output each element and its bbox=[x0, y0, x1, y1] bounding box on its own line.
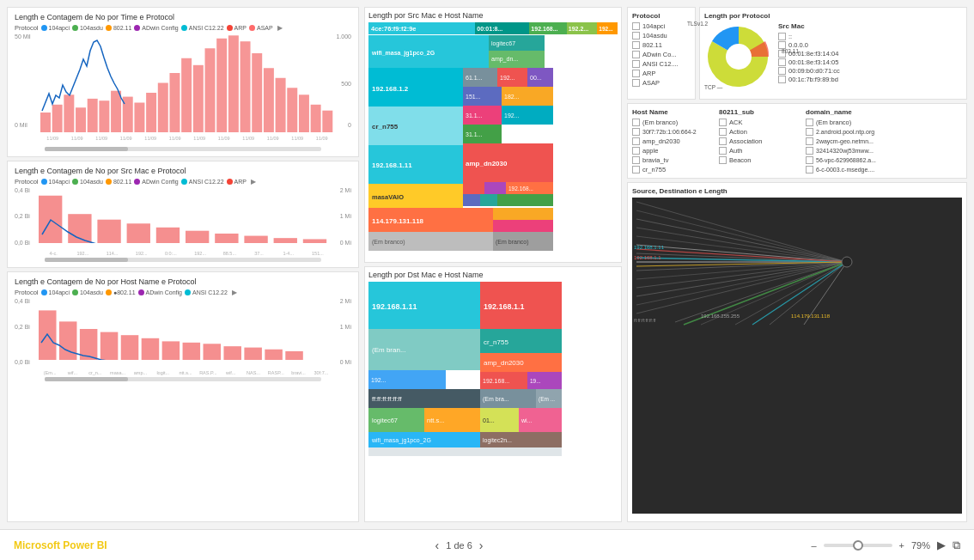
svg-point-130 bbox=[726, 44, 752, 70]
dn-32414[interactable]: 32414320wj53mww... bbox=[806, 147, 962, 155]
sm-4[interactable]: 00:1c:7b:f9:89:bd bbox=[778, 76, 962, 83]
chart1-expand[interactable]: ▶ bbox=[277, 24, 283, 32]
svg-rect-5 bbox=[99, 100, 109, 132]
dn-android[interactable]: 2.android.pool.ntp.org bbox=[806, 128, 962, 136]
treemap1-title: Length por Src Mac e Host Name bbox=[368, 11, 618, 20]
next-page-button[interactable]: › bbox=[479, 539, 484, 552]
c2-y-top: 0,4 Bi bbox=[15, 187, 30, 193]
chart2-expand[interactable]: ▶ bbox=[251, 178, 256, 186]
c2-arp: ARP bbox=[227, 178, 247, 186]
svg-text:(Em branco): (Em branco) bbox=[496, 239, 529, 246]
sub80211-col: 80211_sub ACK Action Association Auth Be… bbox=[719, 108, 797, 173]
zoom-plus[interactable]: + bbox=[899, 540, 904, 551]
sm-3[interactable]: 00:09:b0:d0:71:cc bbox=[778, 67, 962, 75]
cb-ansi[interactable]: ANSI C12.... bbox=[632, 60, 691, 68]
src-mac-list: :: 0.0.0.0 00:01:8e:f3:14:04 00:01:8e:f3… bbox=[778, 33, 962, 83]
cb-104apci[interactable]: 104apci bbox=[632, 22, 691, 30]
y-label-bot1: 0 Mil bbox=[15, 122, 27, 128]
s80-auth[interactable]: Auth bbox=[719, 147, 797, 155]
dn-2way[interactable]: 2waycm-geo.netmn... bbox=[806, 137, 962, 145]
s80-action[interactable]: Action bbox=[719, 128, 797, 136]
sm-0000[interactable]: 0.0.0.0 bbox=[778, 41, 962, 49]
chart3-svg bbox=[39, 298, 332, 360]
zoom-thumb[interactable] bbox=[853, 540, 863, 551]
svg-rect-47 bbox=[285, 351, 303, 360]
page-sep: de bbox=[454, 540, 466, 551]
svg-rect-89 bbox=[493, 208, 553, 220]
svg-rect-34 bbox=[303, 239, 326, 243]
chart2-scrollbar[interactable] bbox=[45, 258, 321, 262]
cb-80211[interactable]: 802.11 bbox=[632, 41, 691, 49]
cb-asap[interactable]: ASAP bbox=[632, 79, 691, 87]
hn-30f[interactable]: 30f7:72b:1:06:664-2 bbox=[632, 128, 710, 136]
pie-chart-card: Length por Protocol TLSv1. bbox=[699, 7, 967, 100]
cb-adwin[interactable]: ADwin Co... bbox=[632, 51, 691, 58]
dn-56vpc[interactable]: 56-vpc-629968862.a... bbox=[806, 156, 962, 164]
svg-rect-38 bbox=[100, 332, 119, 360]
svg-text:masaVAIO: masaVAIO bbox=[372, 193, 404, 201]
sm-colon[interactable]: :: bbox=[778, 33, 962, 40]
svg-text:(Em bran...: (Em bran... bbox=[372, 346, 406, 354]
s80-ack[interactable]: ACK bbox=[719, 119, 797, 126]
svg-text:amp_dn2030: amp_dn2030 bbox=[484, 359, 524, 367]
s80-assoc[interactable]: Association bbox=[719, 137, 797, 145]
svg-rect-129 bbox=[368, 447, 562, 456]
protocol-filter-card: Protocol 104apci 104asdu 802.11 ADwin Co… bbox=[627, 7, 696, 100]
svg-text:31.1...: 31.1... bbox=[466, 131, 483, 137]
hn-blank[interactable]: (Em branco) bbox=[632, 119, 710, 126]
sm-2[interactable]: 00:01:8e:f3:14:05 bbox=[778, 58, 962, 66]
svg-text:(Em branco): (Em branco) bbox=[372, 239, 405, 246]
x-labels-chart1: 11/09 11/09 11/09 11/09 11/09 11/09 11/0… bbox=[40, 136, 334, 141]
svg-rect-12 bbox=[181, 58, 192, 132]
dn-blank[interactable]: (Em branco) bbox=[806, 119, 962, 126]
hn-apple[interactable]: apple bbox=[632, 147, 710, 155]
svg-rect-80 bbox=[463, 182, 484, 194]
y2-label-mid1: 500 bbox=[341, 81, 351, 87]
c2-y2-bot: 0 Mi bbox=[340, 240, 351, 246]
right-top-row: Protocol 104apci 104asdu 802.11 ADwin Co… bbox=[627, 7, 967, 100]
svg-text:ntt.s...: ntt.s... bbox=[427, 417, 444, 424]
s80-beacon[interactable]: Beacon bbox=[719, 156, 797, 164]
legend-104asdu: 104asdu bbox=[72, 24, 103, 32]
sub80211-list: ACK Action Association Auth Beacon bbox=[719, 119, 797, 164]
chart2-svg bbox=[39, 187, 332, 243]
svg-rect-17 bbox=[240, 41, 251, 132]
main-content: Length e Contagem de No por Time e Proto… bbox=[0, 0, 974, 529]
chart2-title: Length e Contagem de No por Src Mac e Pr… bbox=[15, 167, 351, 175]
powerbi-brand-link[interactable]: Microsoft Power BI bbox=[14, 539, 107, 551]
cb-arp[interactable]: ARP bbox=[632, 70, 691, 77]
pie-area-row: TLSv1.2 802.11 TCP — Src Mac :: 0.0.0.0 … bbox=[704, 22, 962, 94]
cb-104asdu[interactable]: 104asdu bbox=[632, 32, 691, 40]
svg-text:31.1...: 31.1... bbox=[466, 113, 483, 119]
svg-rect-84 bbox=[463, 194, 480, 206]
hn-amp[interactable]: amp_dn2030 bbox=[632, 137, 710, 145]
sm-1[interactable]: 00:01:8e:f3:14:04 bbox=[778, 50, 962, 58]
svg-rect-8 bbox=[134, 103, 144, 133]
prev-page-button[interactable]: ‹ bbox=[435, 539, 440, 552]
svg-rect-46 bbox=[265, 350, 283, 360]
treemap1-svg: wifi_masa_jg1pco_2G logitec67 amp_dn... … bbox=[368, 22, 618, 256]
fit-page-button[interactable]: ▶ bbox=[937, 539, 946, 551]
svg-rect-131 bbox=[632, 198, 962, 514]
svg-text:151...: 151... bbox=[466, 94, 481, 100]
pie-label-tls: TLSv1.2 bbox=[687, 21, 708, 27]
hn-bravia[interactable]: bravia_tv bbox=[632, 156, 710, 164]
chart1-scrollbar[interactable] bbox=[45, 147, 321, 151]
zoom-minus[interactable]: – bbox=[811, 540, 816, 551]
zoom-track[interactable] bbox=[824, 544, 892, 547]
fullscreen-button[interactable]: ⧉ bbox=[953, 539, 960, 552]
hn-crn755[interactable]: cr_n755 bbox=[632, 166, 710, 173]
sub80211-title: 80211_sub bbox=[719, 108, 797, 116]
svg-rect-45 bbox=[244, 348, 262, 360]
chart3-expand[interactable]: ▶ bbox=[232, 289, 237, 296]
svg-rect-90 bbox=[493, 220, 553, 232]
radial-svg: 192.168.1.11 192.168.1.1 114.179.131.118… bbox=[632, 198, 962, 514]
svg-rect-43 bbox=[204, 344, 222, 360]
svg-text:192.168...: 192.168... bbox=[508, 186, 533, 192]
left-panel: Length e Contagem de No por Time e Proto… bbox=[7, 7, 359, 522]
svg-rect-22 bbox=[299, 94, 309, 132]
c2-80211: 802.11 bbox=[106, 178, 131, 186]
dn-6c[interactable]: 6-c-0003.c-msedge.... bbox=[806, 166, 962, 173]
chart3-scrollbar[interactable] bbox=[45, 377, 321, 381]
footer-right: – + 79% ▶ ⧉ bbox=[811, 539, 960, 552]
